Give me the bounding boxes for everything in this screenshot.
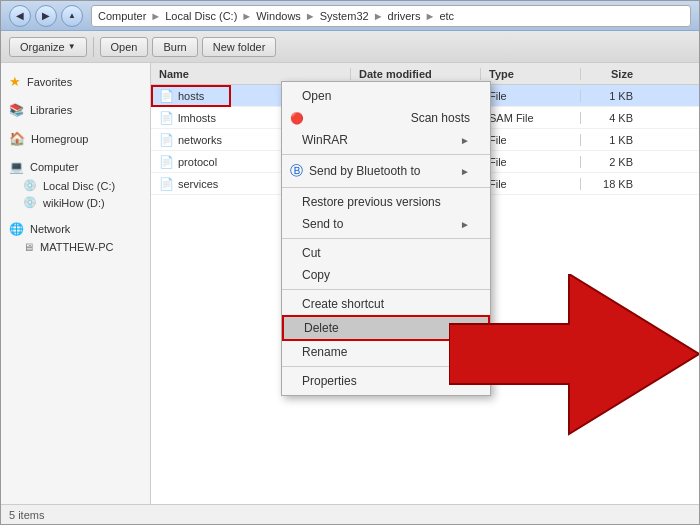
file-icon: 📄 [159,177,174,191]
file-list-area: Name Date modified Type Size 📄 hosts 200… [151,63,699,504]
burn-label: Burn [163,41,186,53]
file-type-services: File [481,178,581,190]
ctx-rename[interactable]: Rename [282,341,490,363]
scan-icon: 🔴 [290,112,304,125]
sidebar-item-favorites[interactable]: ★ Favorites [1,71,150,92]
sep2: ► [241,10,252,22]
libraries-label: Libraries [30,104,72,116]
status-bar: 5 items [1,504,699,524]
ctx-send-to[interactable]: Send to ► [282,213,490,235]
sep1: ► [150,10,161,22]
ctx-shortcut-label: Create shortcut [302,297,384,311]
sidebar-item-matthew-pc[interactable]: 🖥 MATTHEW-PC [1,239,150,255]
burn-button[interactable]: Burn [152,37,197,57]
ctx-rename-label: Rename [302,345,347,359]
ctx-sep3 [282,238,490,239]
file-type-hosts: File [481,90,581,102]
organize-arrow: ▼ [68,42,76,51]
winrar-submenu-arrow: ► [460,135,470,146]
ctx-sendto-label: Send to [302,217,343,231]
ctx-sep4 [282,289,490,290]
ctx-cut-label: Cut [302,246,321,260]
breadcrumb-system32: System32 [320,10,369,22]
file-name-text: hosts [178,90,204,102]
file-size-networks: 1 KB [581,134,641,146]
file-icon: 📄 [159,111,174,125]
sep4: ► [373,10,384,22]
open-button[interactable]: Open [100,37,149,57]
back-button[interactable]: ◀ [9,5,31,27]
ctx-bluetooth-label: Send by Bluetooth to [309,164,420,178]
network-icon: 🌐 [9,222,24,236]
file-name-text: lmhosts [178,112,216,124]
col-header-size[interactable]: Size [581,68,641,80]
ctx-restore[interactable]: Restore previous versions [282,191,490,213]
up-button[interactable]: ▲ [61,5,83,27]
toolbar: Organize ▼ Open Burn New folder [1,31,699,63]
file-size-lmhosts: 4 KB [581,112,641,124]
bluetooth-icon: Ⓑ [290,162,303,180]
sendto-submenu-arrow: ► [460,219,470,230]
ctx-open-label: Open [302,89,331,103]
status-text: 5 items [9,509,44,521]
homegroup-label: Homegroup [31,133,88,145]
library-icon: 📚 [9,103,24,117]
main-content: ★ Favorites 📚 Libraries 🏠 Homegroup 💻 [1,63,699,504]
col-header-type[interactable]: Type [481,68,581,80]
ctx-open[interactable]: Open [282,85,490,107]
ctx-cut[interactable]: Cut [282,242,490,264]
ctx-sep1 [282,154,490,155]
file-icon: 📄 [159,89,174,103]
title-bar: ◀ ▶ ▲ Computer ► Local Disc (C:) ► Windo… [1,1,699,31]
favorites-section: ★ Favorites [1,71,150,92]
organize-button[interactable]: Organize ▼ [9,37,87,57]
ctx-delete[interactable]: Delete [282,315,490,341]
libraries-section: 📚 Libraries [1,100,150,120]
sidebar-item-wikihow-d[interactable]: 💿 wikiHow (D:) [1,194,150,211]
pc-icon: 🖥 [23,241,34,253]
col-header-name[interactable]: Name [151,68,351,80]
open-label: Open [111,41,138,53]
ctx-restore-label: Restore previous versions [302,195,441,209]
sidebar: ★ Favorites 📚 Libraries 🏠 Homegroup 💻 [1,63,151,504]
ctx-properties[interactable]: Properties [282,370,490,392]
ctx-sep5 [282,366,490,367]
divider1 [93,37,94,57]
ctx-scan-hosts[interactable]: 🔴 Scan hosts [282,107,490,129]
ctx-delete-label: Delete [304,321,339,335]
ctx-create-shortcut[interactable]: Create shortcut [282,293,490,315]
ctx-send-bluetooth[interactable]: Ⓑ Send by Bluetooth to ► [282,158,490,184]
sidebar-item-network[interactable]: 🌐 Network [1,219,150,239]
file-icon: 📄 [159,133,174,147]
file-type-protocol: File [481,156,581,168]
breadcrumb-windows: Windows [256,10,301,22]
network-section: 🌐 Network 🖥 MATTHEW-PC [1,219,150,255]
new-folder-button[interactable]: New folder [202,37,277,57]
ctx-sep2 [282,187,490,188]
ctx-copy-label: Copy [302,268,330,282]
wikihow-label: wikiHow (D:) [43,197,105,209]
computer-icon: 💻 [9,160,24,174]
breadcrumb-etc: etc [439,10,454,22]
home-icon: 🏠 [9,131,25,146]
sidebar-item-local-disc-c[interactable]: 💿 Local Disc (C:) [1,177,150,194]
sidebar-item-computer[interactable]: 💻 Computer [1,157,150,177]
local-disc-c-label: Local Disc (C:) [43,180,115,192]
file-icon: 📄 [159,155,174,169]
file-name-text: protocol [178,156,217,168]
sidebar-item-libraries[interactable]: 📚 Libraries [1,100,150,120]
breadcrumb-drivers: drivers [388,10,421,22]
col-header-date[interactable]: Date modified [351,68,481,80]
ctx-winrar-label: WinRAR [302,133,348,147]
forward-button[interactable]: ▶ [35,5,57,27]
bluetooth-submenu-arrow: ► [460,166,470,177]
favorites-label: Favorites [27,76,72,88]
organize-label: Organize [20,41,65,53]
file-size-services: 18 KB [581,178,641,190]
ctx-winrar[interactable]: WinRAR ► [282,129,490,151]
sidebar-item-homegroup[interactable]: 🏠 Homegroup [1,128,150,149]
ctx-copy[interactable]: Copy [282,264,490,286]
nav-buttons: ◀ ▶ ▲ [9,5,83,27]
breadcrumb[interactable]: Computer ► Local Disc (C:) ► Windows ► S… [91,5,691,27]
file-name-text: services [178,178,218,190]
